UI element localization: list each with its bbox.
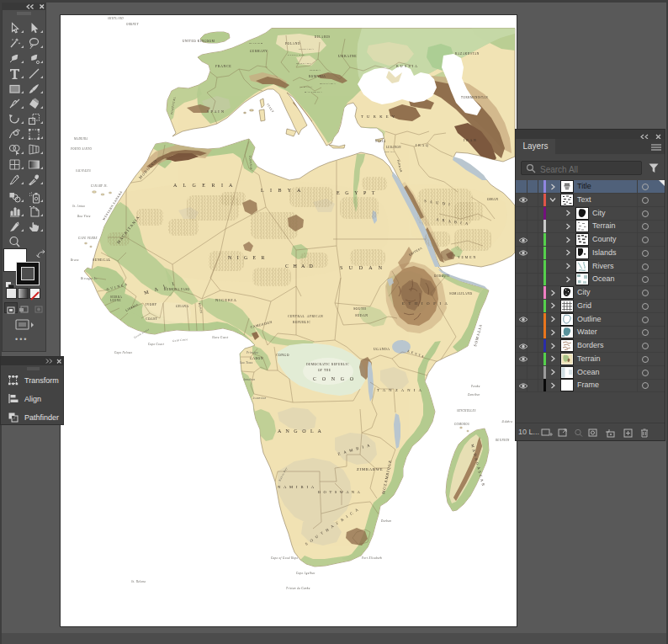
svg-text:MACEDONIA: MACEDONIA — [305, 91, 322, 93]
svg-text:IVORY: IVORY — [146, 303, 157, 306]
svg-text:St. Helena: St. Helena — [131, 580, 146, 583]
svg-text:Y E M E N: Y E M E N — [458, 256, 476, 259]
svg-text:T A N Z A N I A: T A N Z A N I A — [377, 388, 422, 392]
svg-text:BELARUS: BELARUS — [315, 35, 331, 39]
svg-text:GHANA: GHANA — [176, 305, 188, 308]
svg-text:Tristan da Cunha: Tristan da Cunha — [286, 587, 310, 590]
svg-text:A N G O L A: A N G O L A — [278, 428, 323, 434]
svg-text:NIGERIA: NIGERIA — [215, 298, 237, 302]
svg-text:SALVAGES: SALVAGES — [76, 169, 91, 173]
svg-text:N I G E R: N I G E R — [228, 255, 267, 260]
svg-text:Pemba: Pemba — [470, 385, 480, 388]
svg-text:ALBANIA: ALBANIA — [300, 86, 313, 88]
svg-text:Bissagos Is.: Bissagos Is. — [81, 277, 98, 280]
svg-text:Annobon: Annobon — [242, 378, 255, 381]
svg-text:CZECH REP.: CZECH REP. — [288, 54, 305, 56]
svg-text:LEBANON: LEBANON — [386, 146, 401, 149]
svg-text:LEONE: LEONE — [110, 299, 121, 302]
svg-text:Ascension: Ascension — [252, 397, 267, 400]
svg-text:S U D A N: S U D A N — [340, 265, 384, 270]
svg-text:Aldabra: Aldabra — [501, 420, 512, 423]
svg-text:BULGARIA: BULGARIA — [320, 82, 336, 85]
svg-text:MADEIRA: MADEIRA — [73, 137, 88, 141]
svg-text:CAPE VERDE: CAPE VERDE — [78, 237, 98, 240]
svg-text:KAZAKHSTAN: KAZAKHSTAN — [455, 52, 480, 56]
svg-text:Durban: Durban — [380, 519, 391, 523]
svg-text:ISRAEL: ISRAEL — [384, 151, 395, 153]
svg-text:PORTO SANTO: PORTO SANTO — [70, 147, 92, 151]
svg-text:St. Antao: St. Antao — [72, 205, 85, 208]
svg-text:OMAN: OMAN — [487, 198, 499, 201]
svg-text:ZIMBABWE: ZIMBABWE — [357, 467, 383, 471]
svg-text:DEMOCRATIC REPUBLIC: DEMOCRATIC REPUBLIC — [306, 363, 349, 366]
svg-text:ITALY: ITALY — [266, 103, 274, 114]
svg-text:Sao Tome: Sao Tome — [240, 361, 253, 365]
svg-text:DJIBOUTI: DJIBOUTI — [434, 274, 449, 278]
svg-text:C H A D: C H A D — [285, 263, 315, 269]
svg-text:CENTRAL AFRICAN: CENTRAL AFRICAN — [288, 315, 323, 318]
svg-text:REUNION: REUNION — [495, 439, 510, 442]
svg-text:SHETLAND: SHETLAND — [108, 17, 124, 20]
svg-text:Cape Coast: Cape Coast — [148, 343, 164, 346]
svg-text:GERMANY: GERMANY — [250, 50, 268, 53]
svg-text:SYRIA: SYRIA — [375, 140, 386, 143]
svg-text:Zanzibar: Zanzibar — [468, 393, 480, 397]
svg-text:N A M I B I A: N A M I B I A — [278, 485, 315, 489]
svg-text:SERBIA: SERBIA — [310, 69, 321, 72]
svg-text:E G Y P T: E G Y P T — [337, 190, 377, 195]
svg-text:Slave Coast: Slave Coast — [212, 336, 229, 339]
svg-text:ORKNEY: ORKNEY — [126, 23, 139, 26]
svg-text:A L G E R I A: A L G E R I A — [173, 183, 235, 188]
svg-text:OF THE: OF THE — [318, 369, 331, 372]
svg-text:HUNGARY: HUNGARY — [296, 62, 311, 65]
svg-text:UKRAINE: UKRAINE — [338, 54, 357, 58]
svg-text:SOUTH: SOUTH — [353, 307, 366, 311]
svg-text:SEYCHELLES: SEYCHELLES — [457, 409, 476, 412]
svg-text:POLAND: POLAND — [285, 42, 300, 45]
svg-text:ROMANIA: ROMANIA — [309, 75, 326, 78]
svg-text:TURKMENISTAN: TURKMENISTAN — [461, 96, 488, 99]
svg-text:Boa Vista: Boa Vista — [77, 215, 91, 218]
svg-text:FRANCE: FRANCE — [215, 64, 231, 68]
svg-text:C O N G O: C O N G O — [313, 376, 356, 381]
svg-text:REPUBLIC: REPUBLIC — [293, 321, 310, 324]
svg-text:SLOVAKIA: SLOVAKIA — [299, 48, 315, 51]
svg-text:SENEGAL: SENEGAL — [93, 258, 111, 262]
svg-text:B O T S W A N A: B O T S W A N A — [318, 490, 361, 494]
svg-text:COAST: COAST — [146, 317, 158, 321]
svg-text:I R A N: I R A N — [464, 139, 476, 142]
svg-text:SOMALILAND: SOMALILAND — [449, 292, 472, 295]
svg-text:CANARY IS.: CANARY IS. — [91, 184, 108, 188]
svg-text:I R A Q: I R A Q — [416, 144, 428, 147]
svg-text:E T H I O P I A: E T H I O P I A — [402, 301, 449, 306]
svg-text:CONGO: CONGO — [276, 354, 289, 357]
svg-text:Cape of Good Hope: Cape of Good Hope — [271, 556, 299, 560]
svg-text:GABON: GABON — [250, 357, 263, 360]
svg-text:Port Elizabeth: Port Elizabeth — [361, 556, 382, 560]
svg-text:Cape Palmas: Cape Palmas — [114, 351, 133, 354]
svg-text:COMOROS: COMOROS — [454, 423, 469, 426]
svg-text:R U S S I A: R U S S I A — [396, 64, 418, 68]
svg-text:L I B Y A: L I B Y A — [261, 188, 303, 193]
svg-text:Gold Coast: Gold Coast — [172, 338, 188, 343]
svg-text:Brava: Brava — [71, 258, 79, 262]
svg-text:T U R K E Y: T U R K E Y — [361, 114, 396, 119]
svg-text:UGANDA: UGANDA — [374, 348, 390, 351]
svg-text:S P A I N: S P A I N — [207, 109, 224, 114]
svg-text:UNITED KINGDOM: UNITED KINGDOM — [183, 40, 215, 43]
svg-text:Cape Agulhas: Cape Agulhas — [296, 572, 315, 575]
svg-text:Principe: Principe — [246, 351, 258, 354]
svg-text:BURKINA FASO: BURKINA FASO — [164, 288, 190, 291]
svg-text:BELGIUM: BELGIUM — [249, 42, 263, 45]
svg-text:SUDAN: SUDAN — [355, 314, 368, 317]
